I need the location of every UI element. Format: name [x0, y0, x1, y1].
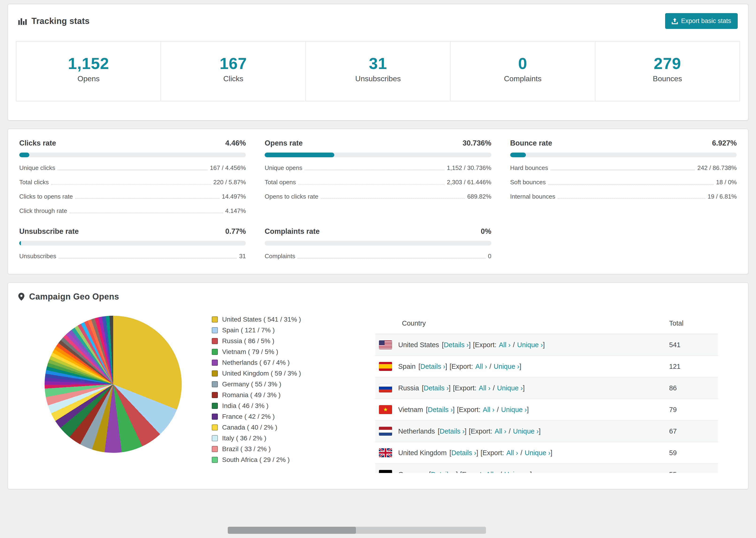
rate-row-value: 242 / 86.738%: [697, 164, 737, 172]
rate-row: Unique clicks167 / 4.456%: [19, 164, 246, 172]
country-name: Russia: [398, 384, 419, 392]
vietnam-flag-icon: [379, 405, 392, 414]
us-flag-icon: [379, 340, 392, 349]
export-unique-link[interactable]: Unique ›: [525, 449, 551, 457]
rate-row-value: 167 / 4.456%: [210, 164, 246, 172]
legend-item: Romania ( 49 / 3% ): [212, 391, 368, 399]
horizontal-scrollbar[interactable]: [228, 527, 486, 534]
legend-label: United Kingdom ( 59 / 3% ): [222, 370, 301, 377]
legend-item: United States ( 541 / 31% ): [212, 316, 368, 323]
table-header-row: Country Total: [375, 313, 718, 334]
scrollbar-thumb[interactable]: [228, 527, 356, 534]
export-unique-link[interactable]: Unique ›: [497, 384, 523, 392]
bracket: ]: [527, 406, 529, 413]
legend-label: Canada ( 40 / 2% ): [222, 424, 277, 431]
table-row: Vietnam [Details ›] [Export: All › / Uni…: [375, 399, 718, 420]
legend-swatch: [212, 316, 218, 323]
rate-row-label: Total opens: [265, 179, 296, 186]
export-label: [Export:: [469, 427, 492, 435]
rate-value: 0%: [481, 227, 491, 236]
russia-flag-icon: [379, 384, 392, 393]
dotted-leader: [558, 198, 705, 199]
rate-title: Unsubscribe rate: [19, 227, 79, 236]
table-row: Germany [Details ›] [Export: All › / Uni…: [375, 463, 718, 473]
export-icon: [672, 18, 678, 24]
legend-label: France ( 42 / 2% ): [222, 413, 275, 420]
details-link[interactable]: Details ›: [428, 406, 453, 413]
details-link[interactable]: Details ›: [440, 427, 464, 435]
export-unique-link[interactable]: Unique ›: [501, 406, 527, 413]
legend-item: India ( 46 / 3% ): [212, 402, 368, 409]
export-all-link[interactable]: All ›: [495, 427, 507, 435]
country-total: 86: [665, 377, 718, 399]
legend-swatch: [212, 424, 218, 430]
dotted-leader: [51, 184, 211, 185]
stat-bounces: 279 Bounces: [595, 41, 740, 101]
stats-row: 1,152 Opens 167 Clicks 31 Unsubscribes 0…: [16, 41, 740, 101]
legend-item: Canada ( 40 / 2% ): [212, 424, 368, 431]
legend-swatch: [212, 327, 218, 333]
export-all-link[interactable]: All ›: [475, 363, 487, 370]
details-link[interactable]: Details ›: [451, 449, 476, 457]
rate-row-label: Click through rate: [19, 207, 67, 215]
rate-title: Complaints rate: [265, 227, 320, 236]
details-link[interactable]: Details ›: [424, 384, 449, 392]
legend-swatch: [212, 392, 218, 398]
rate-row-label: Opens to clicks rate: [265, 193, 318, 200]
stat-unsubscribes: 31 Unsubscribes: [305, 41, 451, 101]
country-total: 67: [665, 420, 718, 442]
details-link[interactable]: Details ›: [420, 363, 445, 370]
export-all-link[interactable]: All ›: [499, 341, 511, 349]
export-all-link[interactable]: All ›: [507, 449, 518, 457]
separator: /: [497, 406, 499, 413]
geo-content: United States ( 541 / 31% ) Spain ( 121 …: [8, 308, 748, 473]
export-unique-link[interactable]: Unique ›: [494, 363, 519, 370]
bracket: ]: [539, 427, 540, 435]
rate-row: Opens to clicks rate689.82%: [265, 193, 491, 200]
export-all-link[interactable]: All ›: [479, 384, 490, 392]
stat-value: 1,152: [17, 54, 161, 73]
bracket: ]: [550, 449, 552, 457]
bar-chart-icon: [18, 17, 27, 25]
rate-row-label: Unique clicks: [19, 164, 55, 172]
pie-wrap: [45, 313, 212, 453]
clicks-rate-block: Clicks rate 4.46% Unique clicks167 / 4.4…: [19, 139, 246, 215]
rate-title: Opens rate: [265, 139, 303, 147]
legend-item: United Kingdom ( 59 / 3% ): [212, 370, 368, 377]
export-unique-link[interactable]: Unique ›: [504, 471, 530, 473]
export-all-link[interactable]: All ›: [483, 406, 495, 413]
legend-item: South Africa ( 29 / 2% ): [212, 456, 368, 463]
table-row: Netherlands [Details ›] [Export: All › /…: [375, 420, 718, 442]
legend-swatch: [212, 370, 218, 377]
stat-label: Unsubscribes: [306, 75, 450, 83]
legend-item: Spain ( 121 / 7% ): [212, 327, 368, 334]
rate-row-label: Internal bounces: [510, 193, 555, 200]
legend-label: Romania ( 49 / 3% ): [222, 391, 281, 399]
bracket: ]: [530, 471, 532, 473]
details-link[interactable]: Details ›: [431, 471, 456, 473]
legend-swatch: [212, 446, 218, 452]
rate-value: 6.927%: [712, 139, 737, 147]
bracket: ]: [456, 471, 458, 473]
bracket: ]: [543, 341, 545, 349]
legend-label: Brazil ( 33 / 2% ): [222, 445, 271, 453]
export-unique-link[interactable]: Unique ›: [513, 427, 539, 435]
rate-row-value: 220 / 5.87%: [213, 179, 246, 186]
separator: /: [520, 449, 522, 457]
details-link[interactable]: Details ›: [444, 341, 469, 349]
rate-row-value: 0: [488, 252, 491, 260]
rate-value: 4.46%: [225, 139, 246, 147]
legend-label: Germany ( 55 / 3% ): [222, 381, 281, 388]
bracket: [: [442, 341, 444, 349]
rate-row-value: 19 / 6.81%: [708, 193, 737, 200]
country-name: United Kingdom: [398, 449, 447, 457]
export-unique-link[interactable]: Unique ›: [517, 341, 543, 349]
bracket: [: [449, 449, 451, 457]
export-label: [Export:: [450, 363, 473, 370]
tracking-stats-title: Tracking stats: [31, 16, 90, 26]
stat-complaints: 0 Complaints: [450, 41, 595, 101]
export-basic-stats-button[interactable]: Export basic stats: [665, 13, 738, 29]
tracking-stats-card: Tracking stats Export basic stats 1,152 …: [8, 4, 748, 121]
complaints-rate-block: Complaints rate 0% Complaints0: [265, 227, 491, 260]
export-all-link[interactable]: All ›: [486, 471, 498, 473]
